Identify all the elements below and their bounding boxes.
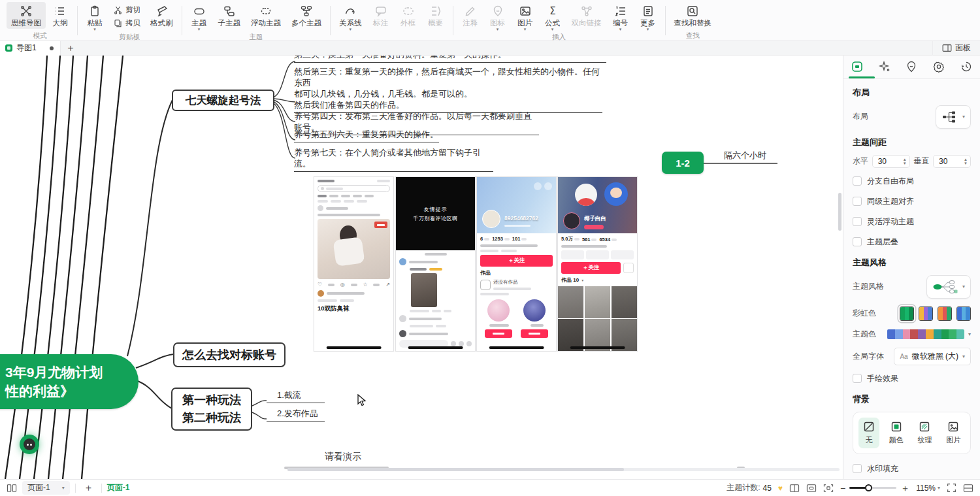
fit-map-icon[interactable] — [806, 484, 817, 493]
topic-node-day2[interactable]: 第二天：换上第一天准备好的资料。重复第一天的操作。 — [294, 56, 606, 63]
mindmap-canvas[interactable]: 3年9月尤物计划 性的利益》 七天螺旋起号法 第二天：换上第一天准备好的资料。重… — [0, 56, 843, 479]
topic-node-publish[interactable]: 2.发布作品 — [267, 408, 325, 422]
topic-node-demo[interactable]: 请看演示 — [325, 451, 361, 463]
checkbox-align-siblings[interactable]: 同级主题对齐 — [853, 196, 971, 207]
zoom-in-button[interactable]: ＋ — [900, 485, 909, 491]
page-tab[interactable]: 页面-1 — [107, 482, 130, 493]
mindmap-mode-button[interactable]: 思维导图 — [7, 2, 46, 29]
embedded-screenshot-profile-page2[interactable]: 椰子白白 5.0万 561 6534 ＋关注 作品 10▾ — [557, 176, 638, 352]
rainbow-swatch-mixed[interactable] — [919, 306, 933, 321]
global-font-dropdown[interactable]: Aa 微软雅黑 (大) ▾ — [894, 348, 971, 365]
cut-button[interactable]: 剪切 — [109, 5, 144, 16]
horizontal-scrollbar-thumb[interactable] — [287, 468, 624, 471]
bg-option-color[interactable]: 颜色 — [885, 418, 908, 448]
topic-node-intercept[interactable]: 1.截流 — [267, 389, 325, 403]
find-replace-button[interactable]: 查找和替换 — [670, 2, 717, 29]
outline-mode-button[interactable]: 大纲 — [47, 2, 73, 29]
callout-button[interactable]: 标注 — [368, 2, 394, 29]
topic-text-line1: 第一种玩法 — [182, 391, 241, 409]
copy-icon — [113, 18, 123, 28]
horizontal-spacing-stepper[interactable]: 30 ▲▼ — [872, 155, 910, 168]
rainbow-swatch-warm[interactable] — [938, 306, 952, 321]
checkbox-handdrawn-effect[interactable]: 手绘效果 — [853, 373, 971, 384]
zoom-out-button[interactable]: − — [840, 485, 845, 491]
multi-topic-button[interactable]: 多个主题 — [287, 2, 326, 29]
checkbox-watermark-fill[interactable]: 水印填充 — [853, 463, 971, 474]
twoway-link-button[interactable]: 双向链接 — [567, 2, 606, 29]
theme-color-strip[interactable] — [887, 329, 964, 339]
central-topic-line1: 3年9月尤物计划 — [5, 363, 139, 382]
embedded-screenshot-comments-page[interactable]: 友情提示 千万别看评论区啊 — [395, 176, 476, 352]
subtopic-button[interactable]: 子主题 — [214, 2, 246, 29]
split-view-icon[interactable] — [963, 484, 973, 493]
topic-node-find-benchmark[interactable]: 怎么去找对标账号 — [173, 342, 286, 367]
stepper-arrows[interactable]: ▲▼ — [964, 157, 968, 165]
embedded-screenshot-profile-page[interactable]: 89254682762 6 1253 101 ＋关注 作品 还没有作品 — [476, 176, 557, 352]
stepper-arrows[interactable]: ▲▼ — [903, 157, 907, 165]
topic-node-day5-6[interactable]: 养号第五到六天：重复第四天的操作。 — [294, 129, 439, 142]
topic-node-six-hours[interactable]: 隔六个小时 — [724, 150, 766, 163]
chevron-down-icon: ▾ — [968, 331, 971, 337]
add-page-button[interactable]: ＋ — [81, 482, 96, 494]
checkbox-flexible-floating[interactable]: 灵活浮动主题 — [853, 216, 971, 227]
boundary-button[interactable]: 外框 — [395, 2, 421, 29]
page-layout-icon[interactable] — [789, 484, 800, 493]
home-indicator — [570, 346, 625, 349]
theme-style-section-title: 主题风格 — [853, 257, 971, 269]
layout-dropdown[interactable]: ▾ — [936, 105, 971, 129]
format-painter-button[interactable]: 格式刷 — [146, 2, 178, 29]
document-tab[interactable]: 导图1 — [0, 41, 61, 56]
canvas-horizontal-scrollbar[interactable] — [287, 468, 840, 471]
tab-sticker[interactable] — [925, 56, 953, 78]
video-tip-line1: 友情提示 — [424, 206, 448, 213]
relation-line-button[interactable]: 关系线 ▾ — [335, 2, 367, 33]
chevron-down-icon: ▾ — [962, 284, 965, 289]
center-map-icon[interactable] — [823, 484, 834, 493]
horizontal-spacing-value: 30 — [878, 157, 887, 166]
panel-toggle-button[interactable]: 面板 — [932, 41, 980, 56]
topic-node-day7[interactable]: 养号第七天：在个人简介或者其他地方留下钩子引流。 — [294, 147, 493, 172]
note-button[interactable]: 注释 — [457, 2, 483, 29]
tab-style[interactable] — [843, 56, 871, 78]
formula-button[interactable]: Σ 公式 ▾ — [540, 2, 566, 33]
embedded-screenshot-search-page[interactable]: ♡ ◎ ☆ ↗ 10双防臭袜 — [314, 176, 394, 352]
copy-button[interactable]: 拷贝 — [109, 18, 144, 29]
floating-topic-button[interactable]: 浮动主题 — [246, 2, 286, 29]
topic-node-play-methods[interactable]: 第一种玩法 第二种玩法 — [171, 388, 252, 431]
bg-option-none[interactable]: 无 — [858, 418, 879, 448]
numbering-button[interactable]: 编号 ▾ — [608, 2, 634, 33]
checkbox-topic-overlap[interactable]: 主题层叠 — [853, 237, 971, 248]
checkbox-free-branch-layout[interactable]: 分支自由布局 — [853, 176, 971, 187]
fullscreen-icon[interactable] — [947, 483, 956, 493]
bg-option-texture[interactable]: 纹理 — [913, 418, 936, 448]
vertical-spacing-stepper[interactable]: 30 ▲▼ — [933, 155, 971, 168]
summary-button[interactable]: 概要 — [423, 2, 449, 29]
tab-ai[interactable] — [871, 56, 898, 78]
tab-history[interactable] — [953, 56, 980, 78]
image-button[interactable]: 图片 ▾ — [512, 2, 538, 33]
page-select-dropdown[interactable]: 页面-1 ▾ — [22, 481, 70, 495]
subtopic-icon — [223, 5, 236, 18]
presenter-badge[interactable] — [20, 435, 39, 454]
rainbow-swatch-green[interactable] — [900, 306, 914, 321]
paste-button[interactable]: 粘贴 ▾ — [82, 2, 108, 33]
zoom-slider-track[interactable] — [849, 487, 896, 489]
spacing-section-title: 主题间距 — [853, 137, 971, 148]
stat-likes: 101 — [512, 236, 521, 242]
pages-overview-icon[interactable] — [7, 484, 17, 493]
bg-option-image[interactable]: 图片 — [941, 418, 965, 448]
tab-marker-pin[interactable] — [898, 56, 926, 78]
canvas-vertical-scrollbar[interactable] — [838, 193, 841, 231]
more-insert-button[interactable]: 更多 ▾ — [635, 2, 661, 33]
central-topic-node[interactable]: 3年9月尤物计划 性的利益》 — [0, 354, 139, 409]
topic-button[interactable]: 主题 ▾ — [186, 2, 212, 33]
zoom-slider-thumb[interactable] — [865, 484, 872, 491]
new-tab-button[interactable]: ＋ — [61, 42, 80, 54]
floating-topic-node[interactable]: 1-2 — [662, 152, 704, 174]
zoom-level-dropdown[interactable]: 115% ▾ — [916, 484, 940, 493]
theme-style-dropdown[interactable]: ▾ — [926, 275, 971, 299]
topic-node-day3[interactable]: 然后第三天：重复第一天的操作，然后在商城买一个，跟女性相关的小物件。任何东西 都… — [294, 66, 602, 113]
topic-node-seven-day-method[interactable]: 七天螺旋起号法 — [172, 90, 274, 111]
rainbow-swatch-blue[interactable] — [956, 306, 971, 321]
marker-button[interactable]: 图标 ▾ — [485, 2, 511, 33]
